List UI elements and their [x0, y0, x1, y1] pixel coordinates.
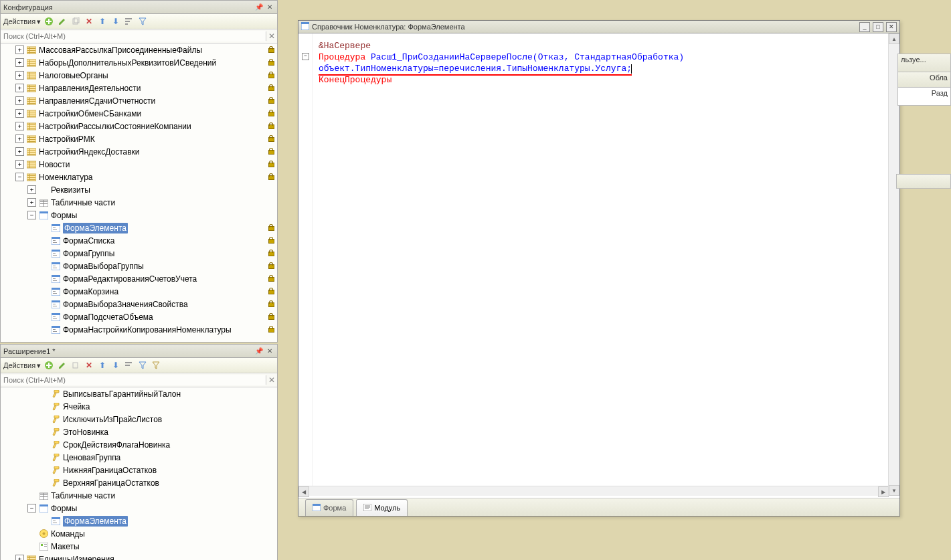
up-icon[interactable]: ⬆ — [97, 360, 108, 371]
tree-item[interactable]: +Табличные части — [1, 196, 277, 209]
tree-item[interactable]: −Формы — [1, 209, 277, 221]
delete-icon[interactable]: ✕ — [84, 360, 94, 371]
tree-item[interactable]: Команды — [1, 527, 277, 540]
tab-form[interactable]: Форма — [305, 499, 353, 516]
tree-item[interactable]: ИсключитьИзПрайсЛистов — [1, 413, 277, 426]
code-text[interactable]: &НаСервере Процедура Расш1_ПриСозданииНа… — [298, 33, 899, 88]
tree-item[interactable]: +НаборыДополнительныхРеквизитовИСведений — [1, 56, 277, 69]
tree-item[interactable]: ФормаНастройкиКопированияНоменклатуры — [1, 323, 277, 336]
tree-item[interactable]: ЭтоНовинка — [1, 426, 277, 438]
editor-title-bar[interactable]: Справочник Номенклатура: ФормаЭлемента _… — [298, 21, 899, 33]
expand-icon[interactable]: + — [15, 555, 24, 560]
search-input[interactable] — [1, 375, 266, 385]
expand-icon[interactable]: + — [15, 109, 24, 118]
svg-rect-42 — [27, 137, 35, 138]
tree-item[interactable]: НижняяГраницаОстатков — [1, 464, 277, 476]
delete-icon[interactable]: ✕ — [84, 16, 94, 27]
expand-icon[interactable]: − — [27, 211, 36, 219]
tree-item[interactable]: ЦеноваяГруппа — [1, 451, 277, 464]
expand-icon[interactable]: + — [15, 84, 24, 92]
tree-item[interactable]: ВерхняяГраницаОстатков — [1, 476, 277, 489]
tree-item[interactable]: ФормаВыбораГруппы — [1, 260, 277, 272]
filter2-icon[interactable] — [151, 360, 161, 371]
down-icon[interactable]: ⬇ — [110, 16, 121, 27]
tree-item[interactable]: +Новости — [1, 158, 277, 171]
close-icon[interactable]: ✕ — [265, 3, 274, 12]
expand-icon[interactable]: + — [15, 147, 24, 156]
svg-rect-19 — [27, 78, 35, 78]
prop-icon — [50, 452, 61, 463]
tree-item[interactable]: −Формы — [1, 502, 277, 515]
tree-item[interactable]: +ЕдиницыИзмерения — [1, 553, 277, 560]
copy-icon[interactable] — [70, 360, 81, 371]
edit-icon[interactable] — [57, 360, 68, 371]
tree-item[interactable]: +МассоваяРассылкаПрисоединенныеФайлы — [1, 43, 277, 56]
pin-icon[interactable]: 📌 — [254, 3, 264, 12]
tree-item[interactable]: +НаправленияДеятельности — [1, 82, 277, 94]
tree-label: Новости — [39, 160, 70, 169]
clear-search-icon[interactable]: ✕ — [266, 31, 277, 41]
h-scrollbar[interactable]: ◀▶ — [298, 486, 889, 496]
tree-item[interactable]: ФормаСписка — [1, 234, 277, 247]
tree-item[interactable]: +Реквизиты — [1, 183, 277, 196]
up-icon[interactable]: ⬆ — [97, 16, 108, 27]
code-editor[interactable]: − &НаСервере Процедура Расш1_ПриСоздании… — [298, 33, 899, 496]
blank-icon — [38, 185, 49, 195]
tree-item[interactable]: +НаправленияСдачиОтчетности — [1, 94, 277, 107]
tree-item[interactable]: +НастройкиЯндексДоставки — [1, 145, 277, 158]
tree-item[interactable]: +НастройкиРассылкиСостояниеКомпании — [1, 120, 277, 132]
tree-item[interactable]: +НалоговыеОрганы — [1, 69, 277, 82]
expand-icon[interactable]: + — [15, 58, 24, 67]
expand-icon[interactable]: − — [15, 173, 24, 181]
expand-icon[interactable]: − — [27, 504, 36, 512]
expand-icon[interactable]: + — [15, 45, 24, 54]
close-button[interactable]: ✕ — [886, 22, 897, 32]
tree-item[interactable]: Ячейка — [1, 400, 277, 413]
tree-item[interactable]: ФормаРедактированияСчетовУчета — [1, 272, 277, 285]
tree-item[interactable]: Табличные части — [1, 489, 277, 502]
tree-item[interactable]: ФормаЭлемента — [1, 221, 277, 234]
tree-item[interactable]: ФормаПодсчетаОбъема — [1, 310, 277, 323]
tree-item[interactable]: ВыписыватьГарантийныйТалон — [1, 387, 277, 400]
tree-item[interactable]: ФормаВыбораЗначенияСвойства — [1, 298, 277, 310]
config-tree[interactable]: +МассоваяРассылкаПрисоединенныеФайлы+Наб… — [1, 43, 277, 342]
down-icon[interactable]: ⬇ — [110, 360, 121, 371]
sort-icon[interactable] — [124, 360, 135, 371]
filter-icon[interactable] — [137, 16, 148, 27]
expand-icon[interactable]: + — [15, 160, 24, 169]
tree-item[interactable]: −Номенклатура — [1, 171, 277, 183]
expand-icon[interactable]: + — [15, 134, 24, 143]
expand-icon[interactable]: + — [27, 185, 36, 194]
expand-icon[interactable]: + — [27, 198, 36, 207]
expand-icon[interactable]: + — [15, 71, 24, 80]
tree-item[interactable]: СрокДействияФлагаНовинка — [1, 438, 277, 451]
filter-icon[interactable] — [137, 360, 148, 371]
edit-icon[interactable] — [57, 16, 68, 27]
tree-item[interactable]: ФормаЭлемента — [1, 515, 277, 527]
tree-item[interactable]: +НастройкиОбменСБанками — [1, 107, 277, 120]
add-button[interactable] — [44, 360, 54, 371]
prop-value[interactable]: Разд — [897, 87, 951, 106]
copy-icon[interactable] — [70, 16, 81, 27]
code-ident: Расш1_ПриСозданииНаСервереПосле(Отказ, С… — [365, 52, 684, 62]
svg-rect-94 — [53, 306, 57, 306]
sort-icon[interactable] — [124, 16, 135, 27]
minimize-button[interactable]: _ — [859, 22, 870, 32]
actions-menu[interactable]: Действия ▾ — [3, 17, 41, 26]
actions-menu[interactable]: Действия ▾ — [3, 361, 41, 370]
ext-tree[interactable]: ВыписыватьГарантийныйТалонЯчейкаИсключит… — [1, 387, 277, 560]
search-input[interactable] — [1, 31, 266, 41]
clear-search-icon[interactable]: ✕ — [266, 375, 277, 385]
tree-item[interactable]: ФормаКорзина — [1, 285, 277, 298]
expand-icon[interactable]: + — [15, 96, 24, 105]
tree-item[interactable]: ФормаГруппы — [1, 247, 277, 260]
tab-module[interactable]: Модуль — [356, 499, 408, 516]
add-button[interactable] — [44, 16, 54, 27]
fold-icon[interactable]: − — [302, 53, 309, 60]
tree-item[interactable]: Макеты — [1, 540, 277, 553]
pin-icon[interactable]: 📌 — [254, 347, 264, 356]
expand-icon[interactable]: + — [15, 122, 24, 130]
close-icon[interactable]: ✕ — [265, 347, 274, 356]
maximize-button[interactable]: □ — [873, 22, 883, 32]
tree-item[interactable]: +НастройкиРМК — [1, 132, 277, 145]
